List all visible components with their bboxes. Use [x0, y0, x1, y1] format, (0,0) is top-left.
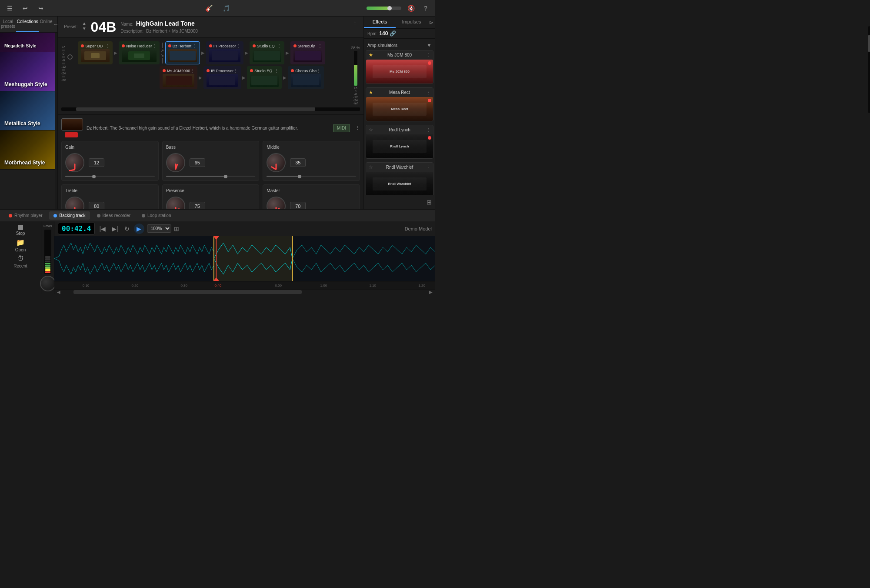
effect-block-ms-jcm2000[interactable]: Ms JCM2000 ⋮ — [160, 66, 197, 89]
knob-value-treble[interactable]: 80 — [89, 202, 104, 209]
effect-active-dot[interactable] — [168, 44, 171, 47]
open-button[interactable]: 📁 Open — [15, 238, 26, 252]
effect-block-dz-herbert[interactable]: Dz Herbert ⋮ — [165, 41, 200, 64]
amp-item-star[interactable]: ★ — [369, 90, 373, 95]
knob-value-bass[interactable]: 65 — [190, 158, 205, 167]
bpm-link-icon[interactable]: 🔗 — [390, 30, 396, 37]
loop-btn[interactable]: ↻ — [123, 224, 131, 233]
play-btn[interactable]: ▶ — [134, 224, 144, 234]
effect-more-btn[interactable]: ⋮ — [274, 68, 279, 73]
knob-slider-middle[interactable] — [267, 176, 356, 177]
knob-slider-gain[interactable] — [65, 176, 155, 177]
amp-item-rndl-lynch[interactable]: ☆ Rndl Lynch ⋮ Rndl Lynch — [366, 125, 433, 159]
amp-item-more-btn[interactable]: ⋮ — [426, 165, 430, 170]
knob-value-middle[interactable]: 35 — [290, 158, 306, 167]
mute-icon[interactable]: 🔇 — [406, 3, 416, 13]
knob-treble[interactable] — [65, 197, 84, 209]
knob-gain[interactable] — [65, 153, 84, 172]
tab-collections[interactable]: Collections — [16, 17, 39, 32]
effect-active-dot[interactable] — [293, 44, 297, 47]
effect-block-studio-eq-2[interactable]: Studio EQ ⋮ — [247, 66, 282, 89]
knob-bass[interactable] — [166, 153, 185, 172]
amp-sim-dropdown-icon[interactable]: ▼ — [427, 42, 432, 48]
tab-rhythm-player[interactable]: Rhythm player — [4, 211, 47, 220]
amp-filter-btn[interactable]: ⊞ — [364, 195, 435, 209]
volume-control[interactable] — [367, 7, 401, 10]
eq-icon[interactable]: ⊞ — [174, 225, 179, 232]
effect-more-btn[interactable]: ⋮ — [317, 68, 321, 73]
knob-middle[interactable] — [267, 153, 286, 172]
list-item[interactable]: Motörhead Style — [0, 130, 57, 170]
tab-impulses[interactable]: Impulses — [396, 17, 427, 28]
effect-active-dot[interactable] — [207, 69, 210, 72]
effect-block-ir-processor-2[interactable]: IR Processor ⋮ — [203, 66, 241, 89]
scroll-left-btn[interactable]: ◀ — [54, 290, 63, 294]
amp-item-star[interactable]: ★ — [369, 52, 373, 58]
panel-pin-btn[interactable]: ⊳ — [427, 18, 435, 27]
amp-item-ms-jcm800[interactable]: ★ Ms JCM 800 ⋮ Ms JCM 800 — [366, 50, 433, 84]
effect-block-stereo-dly[interactable]: StereoDly ⋮ — [290, 41, 325, 64]
effect-active-dot[interactable] — [253, 44, 256, 47]
effect-active-dot[interactable] — [250, 69, 253, 72]
speed-select[interactable]: 100% 75% 50% — [147, 224, 171, 233]
waveform-scrollbar[interactable]: ◀ ▶ — [54, 290, 435, 294]
amp-item-more-btn[interactable]: ⋮ — [426, 90, 430, 95]
knob-presence[interactable] — [166, 197, 185, 209]
effect-more-btn[interactable]: ⋮ — [152, 43, 157, 48]
tab-online[interactable]: Online — [39, 17, 53, 32]
player-volume-knob[interactable] — [40, 276, 56, 291]
undo-icon[interactable]: ↩ — [20, 3, 30, 13]
knob-master[interactable] — [267, 197, 286, 209]
effect-block-noise-reducer[interactable]: Noise Reducer ⋮ — [119, 41, 160, 64]
menu-icon[interactable]: ☰ — [4, 3, 15, 13]
knob-slider-bass[interactable] — [166, 176, 256, 177]
preset-more-btn[interactable]: ⋮ — [353, 20, 357, 26]
stop-button[interactable]: Stop — [16, 225, 25, 236]
tab-backing-track[interactable]: Backing track — [49, 211, 90, 220]
effect-active-dot[interactable] — [122, 44, 125, 47]
effect-more-btn[interactable]: ⋮ — [236, 43, 240, 48]
effect-more-btn[interactable]: ⋮ — [105, 43, 110, 48]
amp-item-star-empty[interactable]: ☆ — [369, 127, 373, 133]
tuner-icon[interactable]: 🎸 — [204, 3, 214, 13]
tab-local-presets[interactable]: Local presets — [0, 17, 16, 32]
effect-block-chorus-clsc[interactable]: Chorus Clsc ⋮ — [288, 66, 324, 89]
amp-item-rndl-warchief[interactable]: ☆ Rndl Warchief ⋮ Rndl Warchief — [366, 162, 433, 195]
effect-more-btn[interactable]: ⋮ — [318, 43, 322, 48]
amp-item-more-btn[interactable]: ⋮ — [426, 127, 430, 132]
effect-active-dot[interactable] — [291, 69, 294, 72]
scroll-right-btn[interactable]: ▶ — [427, 290, 435, 294]
effect-more-btn[interactable]: ⋮ — [277, 43, 281, 48]
volume-bar[interactable] — [367, 7, 401, 10]
tab-loop-station[interactable]: Loop station — [137, 211, 176, 220]
preset-down-btn[interactable]: ▼ — [82, 26, 87, 31]
redo-icon[interactable]: ↪ — [36, 3, 46, 13]
effect-block-studio-eq-1[interactable]: Studio EQ ⋮ — [250, 41, 284, 64]
preset-up-btn[interactable]: ▲ — [82, 21, 87, 26]
volume-knob[interactable] — [387, 6, 392, 10]
effect-block-super-od[interactable]: Super OD ⋮ — [78, 41, 113, 64]
knob-value-gain[interactable]: 12 — [89, 158, 104, 167]
chain-scrollbar[interactable] — [61, 107, 360, 111]
metronome-icon[interactable]: 🎵 — [221, 3, 232, 13]
list-item[interactable]: Meshuggah Style — [0, 52, 57, 91]
knob-value-presence[interactable]: 75 — [190, 202, 205, 209]
amp-more-btn[interactable]: ⋮ — [355, 125, 360, 131]
effect-more-btn[interactable]: ⋮ — [233, 68, 238, 73]
help-icon[interactable]: ? — [420, 3, 431, 13]
effect-active-dot[interactable] — [209, 44, 212, 47]
list-item[interactable]: Metallica Style — [0, 91, 57, 130]
tab-effects[interactable]: Effects — [364, 17, 396, 28]
knob-value-master[interactable]: 70 — [290, 202, 306, 209]
list-item[interactable]: Megadeth Style — [0, 33, 57, 52]
resize-handle[interactable] — [55, 33, 57, 209]
scrollbar-thumb[interactable] — [73, 290, 302, 294]
tab-ideas-recorder[interactable]: Ideas recorder — [93, 211, 135, 220]
effect-block-ir-processor-1[interactable]: IR Processor ⋮ — [206, 41, 243, 64]
effect-active-dot[interactable] — [81, 44, 84, 47]
midi-button[interactable]: MIDI — [333, 124, 350, 132]
recent-button[interactable]: ⏱ Recent — [13, 255, 27, 268]
amp-item-mesa-rect[interactable]: ★ Mesa Rect ⋮ Mesa Rect — [366, 87, 433, 121]
effect-more-btn[interactable]: ⋮ — [193, 43, 197, 48]
go-end-btn[interactable]: ▶| — [110, 224, 120, 233]
